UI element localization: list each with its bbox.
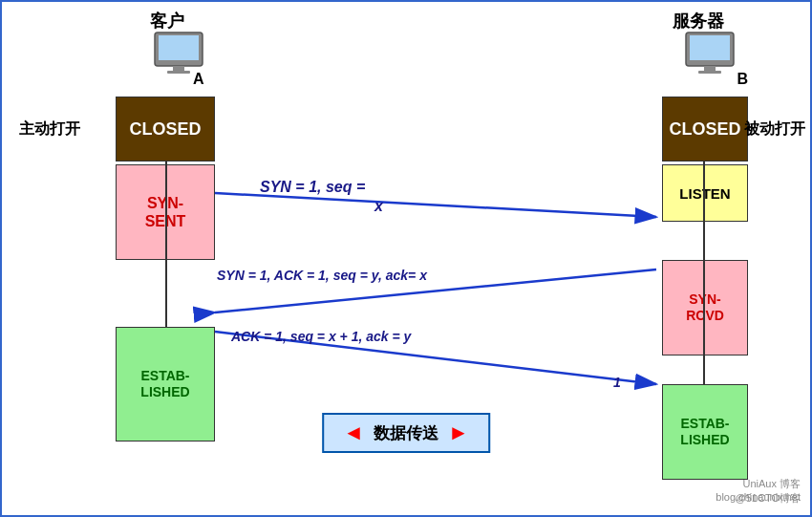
client-established-state: ESTAB-LISHED	[116, 327, 215, 442]
label-b: B	[737, 71, 748, 88]
svg-rect-7	[698, 71, 721, 74]
server-syn-rcvd-state: SYN-RCVD	[662, 260, 748, 355]
label-a: A	[193, 71, 204, 88]
server-established-state: ESTAB-LISHED	[662, 384, 748, 480]
syn-arrow	[215, 193, 656, 217]
ack-label: ACK = 1, seq = x + 1, ack = y	[231, 329, 411, 344]
left-arrow-icon: ◄	[343, 420, 364, 445]
svg-rect-3	[167, 71, 190, 74]
data-transfer-box: ◄ 数据传送 ►	[322, 413, 490, 453]
passive-open-label: 被动打开	[744, 119, 805, 140]
client-label: 客户	[150, 10, 184, 32]
syn-label: SYN = 1, seq =	[260, 179, 365, 196]
syn-x-label: x	[374, 198, 383, 215]
syn-ack-label: SYN = 1, ACK = 1, seq = y, ack= x	[217, 268, 427, 283]
client-vertical-line	[165, 162, 167, 327]
data-transfer-label: 数据传送	[374, 422, 438, 444]
svg-rect-1	[159, 35, 199, 60]
svg-rect-6	[704, 66, 716, 71]
right-arrow-icon: ►	[448, 420, 469, 445]
ack-end-label: 1	[613, 375, 621, 390]
svg-rect-5	[690, 35, 730, 60]
watermark-line2: @51CTO博客	[736, 491, 801, 506]
watermark-line1: UniAux 博客	[742, 477, 801, 491]
server-vertical-line	[703, 162, 705, 384]
active-open-label: 主动打开	[19, 119, 80, 140]
server-computer-icon	[681, 31, 738, 77]
client-closed-state: CLOSED	[116, 97, 215, 162]
server-closed-state: CLOSED	[662, 97, 748, 162]
main-container: 客户 A 服务器 B CLOSED CLOSED SYN-SENT LISTEN…	[0, 0, 812, 517]
server-label: 服务器	[673, 10, 724, 32]
svg-rect-2	[173, 66, 184, 71]
server-listen-state: LISTEN	[662, 164, 748, 222]
